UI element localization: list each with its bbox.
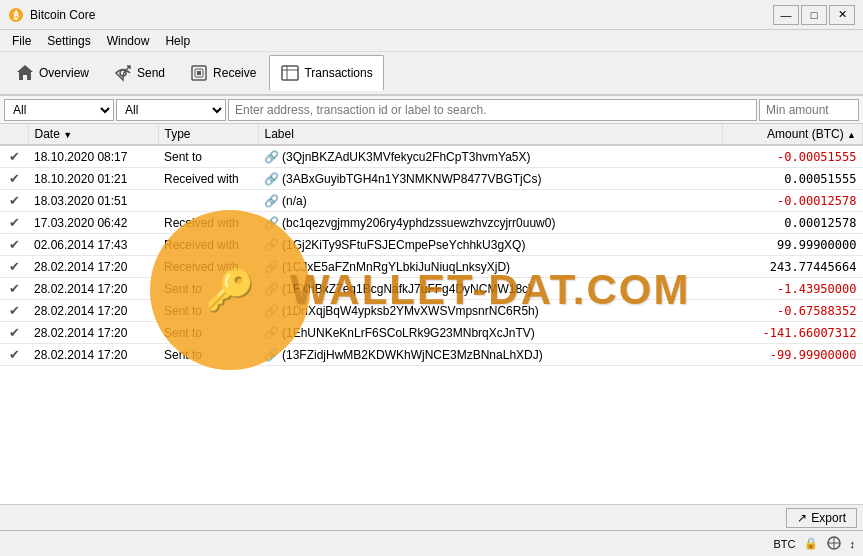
type-cell: Received with	[158, 256, 258, 278]
confirmed-icon: ✔	[9, 193, 20, 208]
export-button[interactable]: ↗ Export	[786, 508, 857, 528]
amount-cell: 99.99900000	[723, 234, 863, 256]
check-cell: ✔	[0, 168, 28, 190]
amount-cell: -99.99900000	[723, 344, 863, 366]
check-cell: ✔	[0, 300, 28, 322]
table-row[interactable]: ✔ 28.02.2014 17:20 Sent to 🔗(13FZidjHwMB…	[0, 344, 863, 366]
confirmed-icon: ✔	[9, 149, 20, 164]
type-cell: Sent to	[158, 278, 258, 300]
filter-row: All All	[0, 96, 863, 124]
filter-all-select[interactable]: All	[4, 99, 114, 121]
date-cell: 28.02.2014 17:20	[28, 300, 158, 322]
amount-cell: 0.00012578	[723, 212, 863, 234]
confirmed-icon: ✔	[9, 303, 20, 318]
check-cell: ✔	[0, 344, 28, 366]
date-cell: 17.03.2020 06:42	[28, 212, 158, 234]
date-cell: 02.06.2014 17:43	[28, 234, 158, 256]
transactions-button[interactable]: Transactions	[269, 55, 383, 91]
col-check	[0, 124, 28, 145]
min-amount-input[interactable]	[759, 99, 859, 121]
sync-icon: ↕	[850, 538, 856, 550]
col-amount[interactable]: Amount (BTC) ▲	[723, 124, 863, 145]
type-cell	[158, 190, 258, 212]
label-cell: 🔗(3QjnBKZAdUK3MVfekycu2FhCpT3hvmYa5X)	[258, 145, 723, 168]
overview-button[interactable]: Overview	[4, 55, 100, 91]
menu-help[interactable]: Help	[157, 32, 198, 50]
toolbar: Overview Send Receive	[0, 52, 863, 96]
menu-settings[interactable]: Settings	[39, 32, 98, 50]
label-link-icon: 🔗	[264, 238, 279, 252]
label-cell: 🔗(1CJxE5aFZnMnRgYLbkiJuNiuqLnksyXjD)	[258, 256, 723, 278]
transactions-table: Date ▼ Type Label Amount (BTC) ▲ ✔ 18.10…	[0, 124, 863, 366]
menu-window[interactable]: Window	[99, 32, 158, 50]
amount-cell: -1.43950000	[723, 278, 863, 300]
check-cell: ✔	[0, 256, 28, 278]
label-cell: 🔗(1Gj2KiTy9SFtuFSJECmpePseYchhkU3gXQ)	[258, 234, 723, 256]
date-cell: 18.03.2020 01:51	[28, 190, 158, 212]
status-bar: ↗ Export	[0, 504, 863, 530]
type-cell: Received with	[158, 234, 258, 256]
close-button[interactable]: ✕	[829, 5, 855, 25]
amount-cell: -0.67588352	[723, 300, 863, 322]
type-cell: Received with	[158, 212, 258, 234]
receive-icon	[189, 63, 209, 83]
table-row[interactable]: ✔ 02.06.2014 17:43 Received with 🔗(1Gj2K…	[0, 234, 863, 256]
minimize-button[interactable]: —	[773, 5, 799, 25]
table-row[interactable]: ✔ 28.02.2014 17:20 Sent to 🔗(1FXhBxZ7eq1…	[0, 278, 863, 300]
overview-label: Overview	[39, 66, 89, 80]
type-cell: Sent to	[158, 344, 258, 366]
check-cell: ✔	[0, 212, 28, 234]
label-link-icon: 🔗	[264, 216, 279, 230]
search-input[interactable]	[228, 99, 757, 121]
date-cell: 18.10.2020 08:17	[28, 145, 158, 168]
date-cell: 28.02.2014 17:20	[28, 256, 158, 278]
table-row[interactable]: ✔ 28.02.2014 17:20 Sent to 🔗(1DnXqjBqW4y…	[0, 300, 863, 322]
type-cell: Sent to	[158, 145, 258, 168]
menu-file[interactable]: File	[4, 32, 39, 50]
label-link-icon: 🔗	[264, 172, 279, 186]
table-row[interactable]: ✔ 28.02.2014 17:20 Received with 🔗(1CJxE…	[0, 256, 863, 278]
label-cell: 🔗(bc1qezvgjmmy206ry4yphdzssuewzhvzcyjrr0…	[258, 212, 723, 234]
col-date[interactable]: Date ▼	[28, 124, 158, 145]
table-row[interactable]: ✔ 18.03.2020 01:51 🔗(n/a) -0.00012578	[0, 190, 863, 212]
send-label: Send	[137, 66, 165, 80]
date-cell: 28.02.2014 17:20	[28, 322, 158, 344]
app-icon: ₿	[8, 7, 24, 23]
table-row[interactable]: ✔ 17.03.2020 06:42 Received with 🔗(bc1qe…	[0, 212, 863, 234]
maximize-button[interactable]: □	[801, 5, 827, 25]
label-cell: 🔗(n/a)	[258, 190, 723, 212]
label-link-icon: 🔗	[264, 194, 279, 208]
confirmed-icon: ✔	[9, 171, 20, 186]
bottom-bar: BTC 🔒 ↕	[0, 530, 863, 556]
transactions-icon	[280, 63, 300, 83]
table-row[interactable]: ✔ 28.02.2014 17:20 Sent to 🔗(1EhUNKeKnLr…	[0, 322, 863, 344]
export-icon: ↗	[797, 511, 807, 525]
window-controls: — □ ✕	[773, 5, 855, 25]
check-cell: ✔	[0, 190, 28, 212]
col-label[interactable]: Label	[258, 124, 723, 145]
type-cell: Sent to	[158, 300, 258, 322]
label-cell: 🔗(1FXhBxZ7eq1BcgNafkJ7uFFg4DyNCMW18c)	[258, 278, 723, 300]
receive-button[interactable]: Receive	[178, 55, 267, 91]
table-row[interactable]: ✔ 18.10.2020 01:21 Received with 🔗(3ABxG…	[0, 168, 863, 190]
col-type[interactable]: Type	[158, 124, 258, 145]
filter-type-select[interactable]: All	[116, 99, 226, 121]
table-row[interactable]: ✔ 18.10.2020 08:17 Sent to 🔗(3QjnBKZAdUK…	[0, 145, 863, 168]
send-icon	[113, 63, 133, 83]
check-cell: ✔	[0, 278, 28, 300]
lock-icon: 🔒	[804, 537, 818, 550]
receive-label: Receive	[213, 66, 256, 80]
overview-icon	[15, 63, 35, 83]
label-link-icon: 🔗	[264, 260, 279, 274]
label-link-icon: 🔗	[264, 282, 279, 296]
amount-cell: 0.00051555	[723, 168, 863, 190]
confirmed-icon: ✔	[9, 259, 20, 274]
amount-cell: -0.00051555	[723, 145, 863, 168]
label-link-icon: 🔗	[264, 348, 279, 362]
date-cell: 28.02.2014 17:20	[28, 344, 158, 366]
check-cell: ✔	[0, 234, 28, 256]
svg-rect-6	[282, 66, 298, 80]
send-button[interactable]: Send	[102, 55, 176, 91]
confirmed-icon: ✔	[9, 281, 20, 296]
confirmed-icon: ✔	[9, 325, 20, 340]
